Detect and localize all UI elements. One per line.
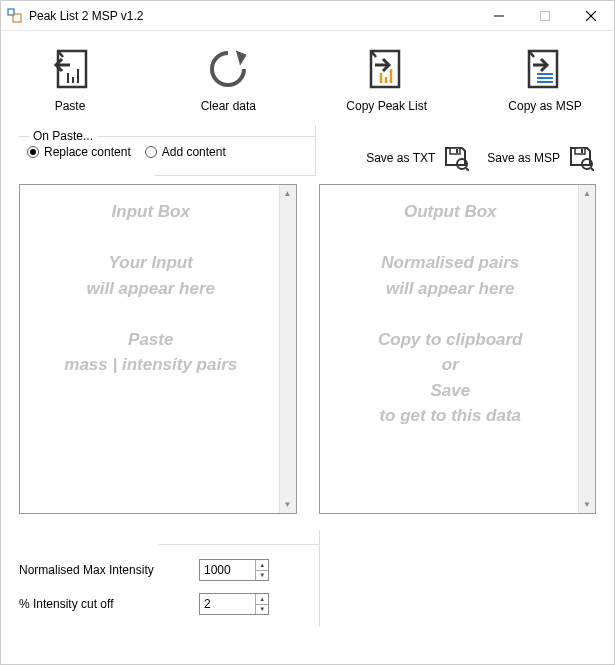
copy-msp-icon [521,47,569,91]
replace-content-radio[interactable]: Replace content [27,145,131,159]
add-label: Add content [162,145,226,159]
add-content-radio[interactable]: Add content [145,145,226,159]
output-placeholder: Output Box Normalised pairs will appear … [328,199,574,429]
paste-icon [46,47,94,91]
svg-rect-21 [450,148,460,154]
spin-down-icon[interactable]: ▼ [256,571,268,581]
close-button[interactable] [568,1,614,30]
divider [155,175,315,176]
output-textbox[interactable]: Output Box Normalised pairs will appear … [319,184,597,514]
spin-up-icon[interactable]: ▲ [256,594,268,605]
svg-rect-26 [581,149,583,153]
save-msp-icon [568,145,594,171]
minimize-button[interactable] [476,1,522,30]
spin-up-icon[interactable]: ▲ [256,560,268,571]
copy-msp-button[interactable]: Copy as MSP [500,47,590,113]
window-controls [476,1,614,30]
toolbar: Paste Clear data [15,41,600,123]
svg-rect-25 [575,148,585,154]
svg-rect-3 [541,11,550,20]
copy-peak-icon [363,47,411,91]
scroll-up-icon[interactable]: ▲ [579,185,595,202]
max-intensity-input[interactable] [200,560,255,580]
maximize-button[interactable] [522,1,568,30]
radio-selected-icon [27,146,39,158]
on-paste-group: On Paste... Replace content Add content [19,129,315,167]
save-txt-icon [443,145,469,171]
input-scrollbar[interactable]: ▲ ▼ [279,185,296,513]
spin-down-icon[interactable]: ▼ [256,605,268,615]
max-intensity-label: Normalised Max Intensity [19,563,189,577]
divider [159,544,319,545]
svg-line-28 [591,168,594,171]
titlebar: Peak List 2 MSP v1.2 [1,1,614,31]
input-placeholder: Input Box Your Input will appear here Pa… [28,199,274,378]
paste-button[interactable]: Paste [25,47,115,113]
on-paste-legend: On Paste... [29,129,97,143]
cutoff-label: % Intensity cut off [19,597,189,611]
scroll-down-icon[interactable]: ▼ [280,496,296,513]
cutoff-spinner[interactable]: ▲ ▼ [199,593,269,615]
svg-rect-22 [456,149,458,153]
replace-label: Replace content [44,145,131,159]
copy-peak-label: Copy Peak List [346,99,427,113]
input-textbox[interactable]: Input Box Your Input will appear here Pa… [19,184,297,514]
paste-label: Paste [55,99,86,113]
clear-button[interactable]: Clear data [183,47,273,113]
output-scrollbar[interactable]: ▲ ▼ [578,185,595,513]
save-txt-label: Save as TXT [366,151,435,165]
refresh-icon [204,47,252,91]
clear-label: Clear data [201,99,256,113]
app-icon [7,8,23,24]
svg-line-24 [466,168,469,171]
scroll-up-icon[interactable]: ▲ [280,185,296,202]
save-txt-button[interactable]: Save as TXT [366,139,469,176]
radio-icon [145,146,157,158]
window-title: Peak List 2 MSP v1.2 [29,9,476,23]
scroll-down-icon[interactable]: ▼ [579,496,595,513]
copy-msp-label: Copy as MSP [508,99,581,113]
save-msp-label: Save as MSP [487,151,560,165]
copy-peak-button[interactable]: Copy Peak List [342,47,432,113]
max-intensity-spinner[interactable]: ▲ ▼ [199,559,269,581]
save-msp-button[interactable]: Save as MSP [487,139,594,176]
cutoff-input[interactable] [200,594,255,614]
